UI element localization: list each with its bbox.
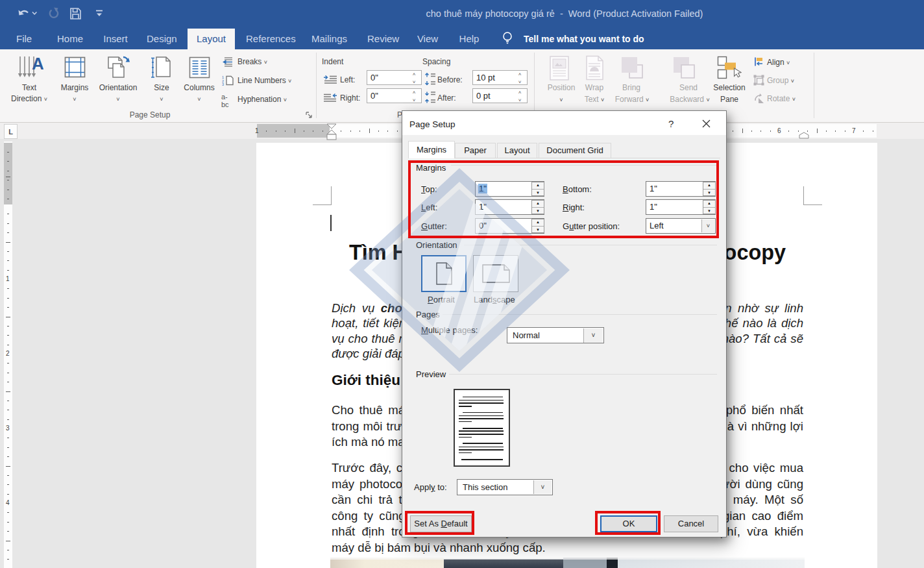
svg-text:A: A	[32, 55, 43, 73]
svg-text:3: 3	[222, 82, 224, 86]
